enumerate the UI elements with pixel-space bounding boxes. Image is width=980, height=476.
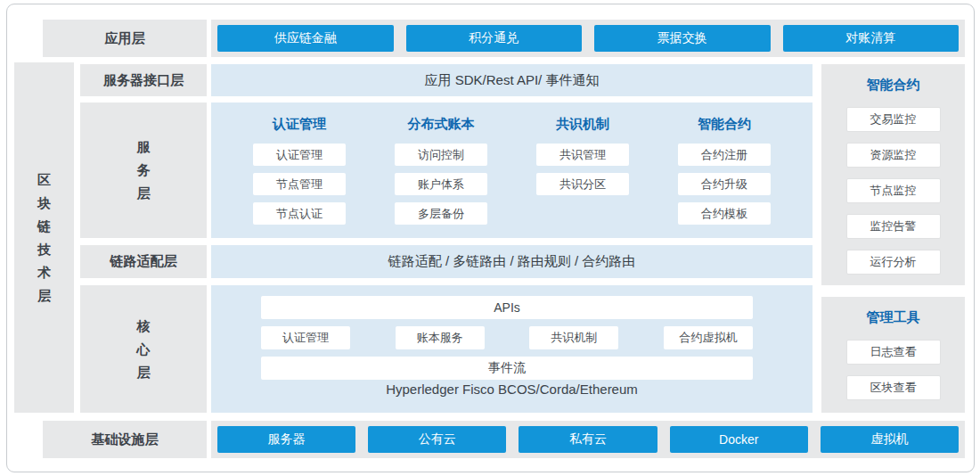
service-column-header: 智能合约 <box>698 116 751 135</box>
server-interface-layer-label-box: 服务器接口层 <box>80 64 207 96</box>
service-item-box: 多层备份 <box>395 202 487 225</box>
core-modules-row: 认证管理账本服务共识机制合约虚拟机 <box>261 326 753 349</box>
blockchain-tech-layer-bar: 区块链技术层 <box>14 62 74 413</box>
link-adapter-text: 链路适配 / 多链路由 / 路由规则 / 合约路由 <box>388 253 636 270</box>
service-column-header: 认证管理 <box>273 116 326 135</box>
link-adapter-layer-label-box: 链路适配层 <box>80 245 207 278</box>
monitor-item-box: 节点监控 <box>846 178 941 203</box>
tool-item-box: 日志查看 <box>846 340 941 365</box>
infrastructure-layer-row: 服务器公有云私有云Docker虚拟机 <box>211 421 965 458</box>
infrastructure-block: 服务器 <box>217 426 355 453</box>
monitor-item-box: 监控告警 <box>846 214 941 239</box>
service-layer-label-box: 服务层 <box>80 103 207 238</box>
service-item-box: 节点管理 <box>253 173 346 195</box>
application-block: 积分通兑 <box>406 25 583 52</box>
service-item-box: 合约模板 <box>678 202 771 225</box>
monitor-items: 交易监控资源监控节点监控监控告警运行分析 <box>846 107 941 285</box>
tool-item-box: 区块查看 <box>846 375 941 400</box>
smart-contract-monitor-panel: 智能合约 交易监控资源监控节点监控监控告警运行分析 <box>821 64 965 285</box>
infrastructure-block: 私有云 <box>519 426 657 453</box>
monitor-item-box: 资源监控 <box>846 143 941 168</box>
service-item-box: 共识管理 <box>536 144 629 166</box>
monitor-item-box: 交易监控 <box>846 107 941 132</box>
apis-bar: APIs <box>261 296 753 319</box>
application-block: 供应链金融 <box>217 25 394 52</box>
service-item-box: 合约注册 <box>678 144 771 166</box>
core-layer-label: 核心层 <box>136 315 151 384</box>
infrastructure-layer-label-box: 基础设施层 <box>43 421 207 458</box>
service-layer-panel: 认证管理认证管理节点管理节点认证分布式账本访问控制账户体系多层备份共识机制共识管… <box>211 103 813 238</box>
link-adapter-layer-label: 链路适配层 <box>110 253 177 270</box>
application-layer-label-box: 应用层 <box>43 20 207 57</box>
service-column: 分布式账本访问控制账户体系多层备份 <box>388 116 494 232</box>
management-tools-panel: 管理工具 日志查看区块查看 <box>821 297 965 413</box>
service-column: 共识机制共识管理共识分区 <box>529 116 636 202</box>
infrastructure-block: 虚拟机 <box>821 426 959 453</box>
service-column-header: 共识机制 <box>556 116 609 135</box>
link-adapter-layer-panel: 链路适配 / 多链路由 / 路由规则 / 合约路由 <box>211 245 813 278</box>
infrastructure-layer-label: 基础设施层 <box>92 431 159 448</box>
sdk-api-text: 应用 SDK/Rest API/ 事件通知 <box>425 72 600 89</box>
core-layer-label-box: 核心层 <box>80 285 207 413</box>
blockchain-tech-layer-label: 区块链技术层 <box>37 168 52 308</box>
core-layer-panel: APIs 认证管理账本服务共识机制合约虚拟机 事件流 Hyperledger F… <box>211 285 813 413</box>
core-module-box: 共识机制 <box>529 326 618 349</box>
service-item-box: 合约升级 <box>678 173 771 195</box>
server-interface-layer-label: 服务器接口层 <box>103 72 184 89</box>
service-item-box: 认证管理 <box>253 144 346 166</box>
server-interface-layer-panel: 应用 SDK/Rest API/ 事件通知 <box>211 64 813 96</box>
service-column: 智能合约合约注册合约升级合约模板 <box>671 116 778 232</box>
platforms-text: Hyperledger Fisco BCOS/Corda/Ethereum <box>211 382 813 397</box>
event-stream-bar: 事件流 <box>261 357 753 380</box>
monitor-panel-header: 智能合约 <box>867 77 920 94</box>
application-block: 对账清算 <box>783 25 960 52</box>
tools-items: 日志查看区块查看 <box>846 340 941 411</box>
application-layer-label: 应用层 <box>105 30 145 47</box>
service-layer-label: 服务层 <box>136 135 151 205</box>
tools-panel-header: 管理工具 <box>867 309 920 327</box>
application-layer-row: 供应链金融积分通兑票据交换对账清算 <box>211 20 965 57</box>
core-module-box: 合约虚拟机 <box>664 326 753 349</box>
service-item-box: 节点认证 <box>253 202 346 225</box>
service-item-box: 访问控制 <box>395 144 487 166</box>
core-module-box: 认证管理 <box>261 326 350 349</box>
service-item-box: 共识分区 <box>536 173 629 195</box>
service-item-box: 账户体系 <box>395 173 487 195</box>
service-column-header: 分布式账本 <box>408 116 475 135</box>
application-block: 票据交换 <box>594 25 771 52</box>
monitor-item-box: 运行分析 <box>846 250 941 275</box>
core-module-box: 账本服务 <box>396 326 485 349</box>
service-column: 认证管理认证管理节点管理节点认证 <box>246 116 353 232</box>
infrastructure-block: 公有云 <box>368 426 506 453</box>
infrastructure-block: Docker <box>670 426 808 453</box>
